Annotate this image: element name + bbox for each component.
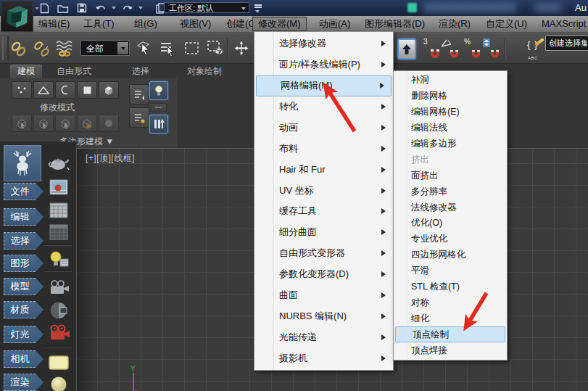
submenu-item[interactable]: 对称 bbox=[394, 295, 507, 310]
polygon-mode-button[interactable] bbox=[77, 81, 97, 99]
ribbon-tab[interactable]: 自由形式 bbox=[49, 65, 99, 78]
menu-item[interactable]: 面片/样条线编辑(P) bbox=[254, 54, 393, 75]
submenu-item[interactable]: 编辑法线 bbox=[394, 120, 507, 136]
rectangular-region-icon[interactable] bbox=[183, 39, 202, 58]
ribbon-tab[interactable]: 对象绘制 bbox=[180, 65, 229, 78]
edit-named-selection-icon[interactable]: { }ABC bbox=[527, 39, 544, 59]
bind-to-space-warp-icon[interactable] bbox=[55, 39, 74, 58]
menubar-item[interactable]: 视图(V) bbox=[174, 17, 217, 31]
submenu-item[interactable]: 平滑 bbox=[394, 263, 507, 279]
undo-icon[interactable] bbox=[93, 1, 109, 15]
submenu-item[interactable]: 专业优化 bbox=[394, 231, 507, 247]
highlight-toggle-button[interactable] bbox=[149, 81, 168, 100]
sphere-light-icon[interactable] bbox=[47, 375, 70, 391]
unlink-selection-icon[interactable] bbox=[32, 39, 51, 58]
spinner-snap-icon[interactable] bbox=[483, 40, 500, 59]
ribbon-list-button-2[interactable] bbox=[129, 107, 149, 128]
render-table-icon[interactable] bbox=[47, 223, 70, 242]
sidebar-tab[interactable]: 模型 bbox=[4, 278, 36, 295]
sidebar-tab[interactable]: 相机 bbox=[4, 350, 36, 368]
window-crossing-icon[interactable] bbox=[206, 39, 225, 58]
menu-item[interactable]: 布料 bbox=[254, 138, 393, 159]
sidebar-tab[interactable]: 渲染 bbox=[4, 374, 36, 391]
redo-icon[interactable] bbox=[120, 1, 136, 15]
submenu-item[interactable]: 细化 bbox=[394, 310, 507, 326]
ribbon-tab[interactable]: 建模 bbox=[10, 65, 42, 78]
submenu-item[interactable]: 优化(O) bbox=[394, 215, 507, 231]
sidebar-tab[interactable]: 图形 bbox=[4, 255, 36, 272]
more-menu-icon[interactable] bbox=[253, 3, 265, 13]
poly-tool-button-4[interactable] bbox=[77, 115, 97, 132]
render-setup-icon[interactable] bbox=[47, 178, 70, 197]
angle-snap-icon[interactable] bbox=[442, 40, 460, 59]
submenu-item[interactable]: 多分辨率 bbox=[394, 184, 507, 199]
ribbon-list-button-1[interactable] bbox=[129, 84, 149, 104]
menu-item[interactable]: 转化 bbox=[254, 96, 393, 118]
select-by-name-icon[interactable] bbox=[158, 39, 177, 58]
app-logo[interactable] bbox=[1, 1, 33, 32]
menu-item[interactable]: Hair 和 Fur bbox=[254, 159, 393, 180]
menu-item[interactable]: UV 坐标 bbox=[254, 180, 393, 201]
submenu-item[interactable]: 顶点绘制 bbox=[395, 326, 505, 342]
area-light-icon[interactable] bbox=[47, 353, 70, 372]
submenu-item[interactable]: 挤出 bbox=[394, 152, 507, 168]
menu-item[interactable]: 动画 bbox=[254, 118, 393, 139]
menu-item[interactable]: 光能传递 bbox=[254, 326, 393, 347]
menubar-item[interactable]: 动画(A) bbox=[313, 17, 356, 31]
vertex-mode-button[interactable] bbox=[12, 81, 32, 99]
menubar-item[interactable]: 组(G) bbox=[128, 17, 163, 31]
sidebar-tab[interactable]: 灯光 bbox=[4, 326, 36, 343]
poly-tool-button-1[interactable] bbox=[12, 115, 32, 132]
submenu-item[interactable]: 删除网格 bbox=[394, 89, 507, 104]
light-lister-icon[interactable] bbox=[47, 250, 70, 268]
menubar-item[interactable]: 自定义(U) bbox=[480, 17, 533, 31]
snap-toggle-3d-icon[interactable]: 3 bbox=[423, 40, 441, 59]
ribbon-tab[interactable]: 选择 bbox=[125, 65, 157, 78]
poly-tool-button-5[interactable] bbox=[99, 115, 119, 132]
menu-item[interactable]: 选择修改器 bbox=[254, 33, 393, 54]
menu-item[interactable]: 曲面 bbox=[254, 285, 393, 306]
submenu-item[interactable]: 四边形网格化 bbox=[394, 247, 507, 263]
submenu-item[interactable]: 面挤出 bbox=[394, 168, 507, 184]
select-and-move-icon[interactable] bbox=[232, 39, 251, 58]
element-mode-button[interactable] bbox=[99, 81, 119, 99]
menu-item[interactable]: NURBS 编辑(N) bbox=[254, 305, 393, 326]
redo-dropdown-icon[interactable] bbox=[138, 1, 144, 15]
select-and-link-icon[interactable] bbox=[9, 39, 28, 58]
material-editor-icon[interactable] bbox=[47, 154, 70, 173]
submenu-item[interactable]: 编辑网格(E) bbox=[394, 104, 507, 120]
ribbon-mini-button[interactable] bbox=[151, 103, 167, 112]
ignore-backfacing-button[interactable] bbox=[149, 115, 168, 133]
menu-item[interactable]: 细分曲面 bbox=[254, 222, 393, 243]
selection-filter-caret-icon[interactable] bbox=[117, 42, 128, 54]
poly-tool-button-2[interactable] bbox=[33, 115, 54, 132]
menubar-item[interactable]: 修改器(M) bbox=[252, 17, 307, 31]
submenu-item[interactable]: 顶点焊接 bbox=[394, 342, 507, 358]
border-mode-button[interactable] bbox=[55, 81, 75, 99]
submenu-item[interactable]: 编辑多边形 bbox=[394, 136, 507, 152]
submenu-item[interactable]: STL 检查(T) bbox=[394, 279, 507, 295]
menubar-item[interactable]: 图形编辑器(D) bbox=[359, 17, 431, 31]
menu-item[interactable]: 摄影机 bbox=[254, 347, 393, 369]
select-object-icon[interactable] bbox=[134, 39, 153, 58]
menu-item[interactable]: 自由形式变形器 bbox=[254, 243, 393, 264]
undo-dropdown-icon[interactable] bbox=[112, 1, 117, 15]
select-and-place-icon[interactable] bbox=[397, 38, 416, 59]
edge-mode-button[interactable] bbox=[33, 81, 54, 99]
toolbar-grip[interactable] bbox=[2, 36, 9, 60]
camera-icon[interactable] bbox=[47, 279, 70, 297]
poly-tool-button-3[interactable] bbox=[55, 115, 75, 132]
logo-dropdown-icon[interactable] bbox=[35, 10, 39, 23]
sidebar-tab[interactable]: 文件 bbox=[4, 183, 36, 200]
sidebar-tab[interactable]: 选择 bbox=[4, 232, 36, 250]
sidebar-tab[interactable]: 材质 bbox=[4, 301, 36, 318]
menu-item[interactable]: 缓存工具 bbox=[254, 201, 393, 222]
viewport-label[interactable]: [+][顶][线框] bbox=[86, 152, 135, 165]
submenu-item[interactable]: 补洞 bbox=[394, 73, 507, 89]
menubar-item[interactable]: 工具(T) bbox=[78, 17, 120, 31]
named-selection-set-field[interactable]: 创建选择集 bbox=[546, 36, 588, 50]
save-icon[interactable] bbox=[74, 1, 90, 15]
workspace-selector[interactable]: 工作区: 默认 bbox=[164, 2, 249, 13]
menu-item[interactable]: 网格编辑(M) bbox=[256, 75, 392, 96]
percent-snap-icon[interactable]: % bbox=[464, 40, 481, 59]
